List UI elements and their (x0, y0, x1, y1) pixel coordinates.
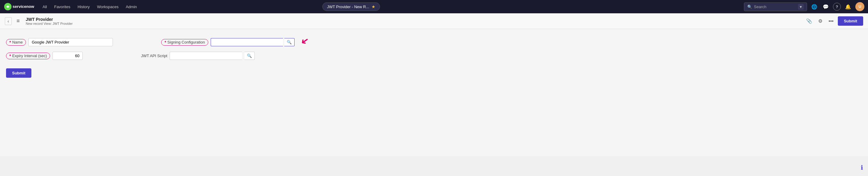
name-input[interactable] (28, 38, 113, 46)
signing-config-input-wrapper: 🔍 ➜ (211, 38, 294, 46)
nav-all[interactable]: All (40, 3, 49, 10)
submit-top-button[interactable]: Submit (838, 16, 863, 26)
form-row-1: * Name * Signing Configuration 🔍 ➜ (6, 38, 862, 46)
search-bar[interactable]: 🔍 ▾ (744, 2, 807, 11)
globe-icon-button[interactable]: 🌐 (810, 3, 818, 11)
nav-history[interactable]: History (75, 3, 92, 10)
submit-bottom-area: Submit (6, 65, 862, 78)
pill-label: JWT Provider - New R... (327, 4, 369, 9)
signing-config-input[interactable] (211, 38, 283, 46)
signing-config-label: * Signing Configuration (161, 39, 208, 46)
signing-config-field-group: * Signing Configuration 🔍 ➜ (161, 38, 294, 46)
search-input[interactable] (754, 4, 796, 9)
expiry-field-group: * Expiry Interval (sec) (6, 52, 83, 60)
signing-config-search-button[interactable]: 🔍 (284, 38, 294, 46)
hamburger-button[interactable]: ≡ (15, 17, 22, 25)
nav-right-controls: 🔍 ▾ 🌐 💬 ? 🔔 U (744, 2, 864, 11)
search-icon: 🔍 (747, 4, 752, 9)
star-icon[interactable]: ★ (372, 4, 375, 9)
nav-favorites[interactable]: Favorites (52, 3, 72, 10)
svg-text:servicenow: servicenow (13, 4, 34, 9)
expiry-input[interactable] (53, 52, 83, 60)
servicenow-logo[interactable]: servicenow (4, 2, 35, 11)
chat-icon-button[interactable]: 💬 (822, 3, 830, 11)
name-label: * Name (6, 39, 26, 46)
settings-icon-button[interactable]: ⚙ (816, 17, 824, 25)
name-field-group: * Name (6, 38, 113, 46)
secondary-bar-right: 📎 ⚙ ••• Submit (804, 16, 863, 26)
avatar[interactable]: U (855, 2, 864, 11)
record-pill[interactable]: JWT Provider - New R... ★ (322, 2, 380, 11)
back-button[interactable]: ‹ (5, 17, 12, 25)
jwt-api-label: JWT API Script (131, 53, 167, 58)
expiry-required-star: * (9, 53, 11, 58)
form-row-2: * Expiry Interval (sec) JWT API Script 🔍 (6, 52, 862, 60)
record-title-sub: New record View: JWT Provider (26, 22, 72, 25)
secondary-bar: ‹ ≡ JWT Provider New record View: JWT Pr… (0, 13, 868, 29)
record-title-main: JWT Provider (26, 17, 72, 22)
jwt-api-search-button[interactable]: 🔍 (245, 52, 255, 60)
expiry-label: * Expiry Interval (sec) (6, 53, 50, 59)
expiry-label-text: Expiry Interval (sec) (12, 53, 47, 58)
signing-required-star: * (164, 40, 166, 45)
name-label-text: Name (12, 40, 23, 45)
record-title: JWT Provider New record View: JWT Provid… (26, 17, 72, 25)
top-navigation: servicenow All Favorites History Workspa… (0, 0, 868, 13)
name-required-star: * (9, 40, 11, 45)
help-icon-button[interactable]: ? (833, 3, 841, 10)
signing-config-label-text: Signing Configuration (167, 40, 205, 45)
attachment-icon-button[interactable]: 📎 (804, 17, 814, 25)
jwt-api-field-group: JWT API Script 🔍 (131, 52, 255, 60)
red-arrow-annotation: ➜ (298, 34, 311, 49)
bell-icon-button[interactable]: 🔔 (844, 3, 852, 11)
more-options-button[interactable]: ••• (827, 17, 835, 25)
search-dropdown-button[interactable]: ▾ (798, 4, 804, 10)
nav-workspaces[interactable]: Workspaces (94, 3, 121, 10)
form-area: * Name * Signing Configuration 🔍 ➜ * (0, 29, 868, 156)
submit-bottom-button[interactable]: Submit (6, 68, 31, 78)
jwt-api-input[interactable] (169, 52, 242, 60)
nav-admin[interactable]: Admin (123, 3, 140, 10)
